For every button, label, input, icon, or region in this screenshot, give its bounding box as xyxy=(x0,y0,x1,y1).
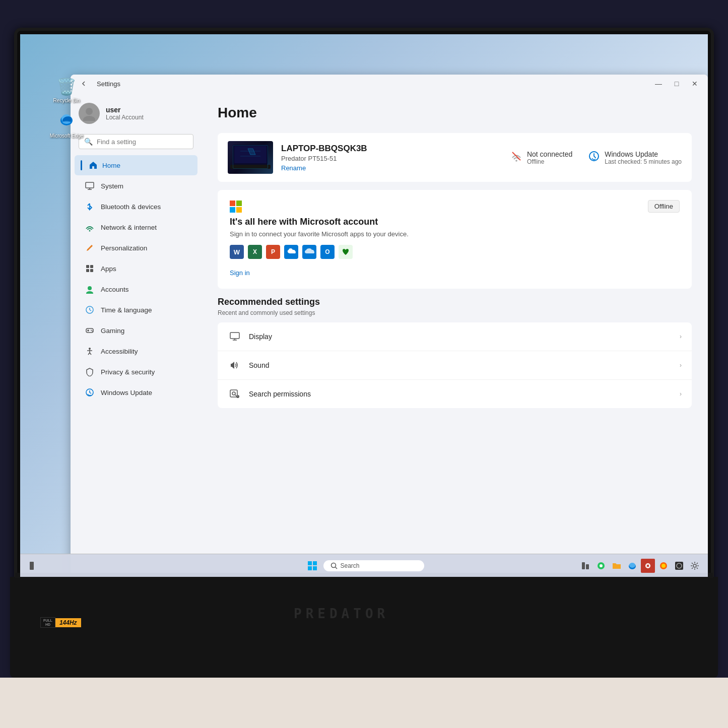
sidebar-item-label-system: System xyxy=(101,182,123,190)
svg-point-60 xyxy=(661,564,666,568)
predator-logo: PREDATOR xyxy=(289,602,440,622)
start-button[interactable] xyxy=(304,558,320,574)
onedrive-icon xyxy=(284,245,298,259)
sidebar-item-label-privacy: Privacy & security xyxy=(101,368,155,376)
microsoft-edge-icon[interactable]: Microsoft Edge xyxy=(50,111,84,139)
svg-rect-46 xyxy=(308,561,312,565)
content-area: Home xyxy=(202,93,708,577)
page-title: Home xyxy=(218,105,692,121)
update-status-icon xyxy=(588,151,600,164)
sidebar-item-label-apps: Apps xyxy=(101,265,116,273)
main-content: user Local Account 🔍 xyxy=(71,93,708,577)
rename-link[interactable]: Rename xyxy=(281,164,503,172)
device-info: LAPTOP-BBQSQK3B Predator PT515-51 Rename xyxy=(281,144,503,172)
sidebar-item-label-bluetooth: Bluetooth & devices xyxy=(101,203,161,211)
taskbar-center: Search xyxy=(304,558,424,574)
taskbar-icon-folder[interactable] xyxy=(610,559,624,573)
sidebar-item-update[interactable]: Windows Update xyxy=(75,382,197,403)
display-chevron: › xyxy=(680,333,682,340)
svg-rect-38 xyxy=(230,333,239,339)
search-box[interactable]: 🔍 xyxy=(79,134,193,149)
sound-icon xyxy=(228,358,242,372)
sidebar-item-label-gaming: Gaming xyxy=(101,327,124,335)
network-status-item: Not connected Offline xyxy=(511,150,572,165)
sidebar-item-time[interactable]: Time & language xyxy=(75,300,197,320)
svg-rect-53 xyxy=(586,564,589,569)
sidebar-item-personalization[interactable]: Personalization xyxy=(75,238,197,258)
recommended-settings-section: Recommended settings Recent and commonly… xyxy=(218,297,692,408)
display-setting-row[interactable]: Display › xyxy=(218,322,692,351)
svg-point-57 xyxy=(629,563,635,568)
ms-card-title: It's all here with Microsoft account xyxy=(230,217,680,227)
sidebar-item-bluetooth[interactable]: Bluetooth & devices xyxy=(75,196,197,217)
taskbar-system-icons xyxy=(578,559,702,573)
sidebar-item-label-personalization: Personalization xyxy=(101,244,147,252)
sound-setting-row[interactable]: Sound › xyxy=(218,351,692,380)
taskbar-icon-dark[interactable] xyxy=(672,559,686,573)
taskbar-icon-firefox[interactable] xyxy=(656,559,671,573)
badge-area: FULL HD 144Hz xyxy=(40,617,81,628)
search-permissions-row[interactable]: Search permissions › xyxy=(218,380,692,408)
sidebar-item-system[interactable]: System xyxy=(75,176,197,196)
recommended-settings-card: Display › S xyxy=(218,322,692,408)
onedrive-blue-icon xyxy=(302,245,316,259)
taskbar-settings-icon[interactable] xyxy=(688,559,702,573)
sign-in-button[interactable]: Sign in xyxy=(230,267,250,279)
svg-rect-34 xyxy=(230,165,271,169)
section-desc: Recent and commonly used settings xyxy=(218,309,692,316)
svg-point-55 xyxy=(600,564,603,567)
sidebar-item-network[interactable]: Network & internet xyxy=(75,217,197,237)
sidebar-item-accounts[interactable]: Accounts xyxy=(75,279,197,299)
sidebar-item-label-accessibility: Accessibility xyxy=(101,348,138,355)
svg-line-51 xyxy=(335,567,337,569)
svg-point-2 xyxy=(62,121,71,124)
sidebar-item-label-time: Time & language xyxy=(101,306,152,314)
microsoft-account-card: Offline It's all here with Microsoft acc… xyxy=(218,190,692,289)
svg-rect-47 xyxy=(313,561,317,565)
device-card: LAPTOP-BBQSQK3B Predator PT515-51 Rename xyxy=(218,133,692,182)
window-title: Settings xyxy=(97,80,120,88)
minimize-button[interactable]: — xyxy=(651,77,666,91)
sidebar-item-label-update: Windows Update xyxy=(101,389,152,396)
sidebar-item-label-accounts: Accounts xyxy=(101,286,129,293)
taskbar-icon-edge[interactable] xyxy=(625,559,639,573)
search-input[interactable] xyxy=(97,138,188,146)
network-status-icon xyxy=(511,151,522,164)
task-view-button[interactable] xyxy=(26,558,42,574)
svg-rect-30 xyxy=(233,145,268,165)
network-status-text: Not connected Offline xyxy=(527,150,572,165)
word-icon: W xyxy=(230,245,244,259)
device-name: LAPTOP-BBQSQK3B xyxy=(281,144,503,154)
taskbar-icon-red[interactable] xyxy=(641,559,655,573)
svg-rect-52 xyxy=(582,562,585,569)
account-type: Local Account xyxy=(106,114,144,121)
sidebar-item-accessibility[interactable]: Accessibility xyxy=(75,341,197,361)
recycle-bin-icon[interactable]: 🗑️ Recycle Bin xyxy=(53,77,80,103)
maximize-button[interactable]: □ xyxy=(670,77,684,91)
svg-text:PREDATOR: PREDATOR xyxy=(294,606,389,621)
sidebar-item-gaming[interactable]: Gaming xyxy=(75,320,197,341)
taskbar-icon-color[interactable] xyxy=(594,559,608,573)
excel-icon: X xyxy=(248,245,262,259)
sidebar-item-privacy[interactable]: Privacy & security xyxy=(75,362,197,382)
sound-setting-label: Sound xyxy=(249,361,680,369)
user-info: user Local Account xyxy=(106,106,144,121)
device-thumbnail xyxy=(228,141,273,174)
display-icon xyxy=(228,329,242,344)
taskbar-search[interactable]: Search xyxy=(323,560,424,571)
laptop-base: PREDATOR FULL HD 144Hz xyxy=(10,577,718,678)
svg-rect-48 xyxy=(308,566,312,570)
ms-card-header: Offline xyxy=(230,200,680,213)
taskbar-icon-l[interactable] xyxy=(578,559,592,573)
search-permissions-label: Search permissions xyxy=(249,390,680,398)
svg-rect-31 xyxy=(234,146,267,163)
hz-badge: 144Hz xyxy=(55,618,81,627)
ms-app-icons: W X P xyxy=(230,245,680,259)
search-permissions-icon xyxy=(228,387,242,401)
sidebar-item-home[interactable]: Home xyxy=(75,155,197,175)
search-permissions-chevron: › xyxy=(680,390,682,398)
settings-window: Settings — □ ✕ xyxy=(71,75,708,577)
network-status-sublabel: Offline xyxy=(527,158,572,165)
sidebar-item-apps[interactable]: Apps xyxy=(75,258,197,279)
close-button[interactable]: ✕ xyxy=(688,77,702,91)
